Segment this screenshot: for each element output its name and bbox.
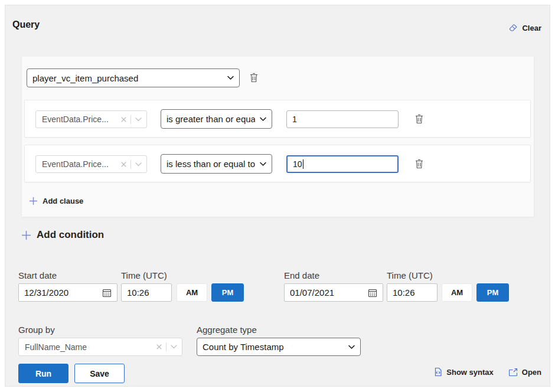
add-clause-button[interactable]: Add clause (30, 197, 83, 205)
trash-icon (415, 159, 423, 169)
clause-row: EventData.Price... is less than or equal… (24, 145, 531, 182)
query-builder-page: Query Clear player_vc_item_purchased (0, 0, 555, 392)
aggregate-type-label: Aggregate type (197, 325, 257, 335)
clause-operator-select[interactable]: is less than or equal to (161, 154, 272, 174)
clear-button[interactable]: Clear (509, 24, 541, 32)
end-date-input[interactable]: 01/07/2021 (284, 283, 383, 302)
plus-icon (30, 197, 37, 205)
start-time-input[interactable]: 10:26 (121, 283, 172, 302)
run-button[interactable]: Run (18, 364, 68, 383)
clause-value-text: 10 (293, 159, 302, 169)
page-title: Query (12, 19, 40, 30)
event-select-value: player_vc_item_purchased (32, 73, 138, 83)
clause-operator-value: is less than or equal to (166, 159, 255, 169)
chevron-down-icon (260, 162, 266, 166)
chevron-down-icon[interactable] (135, 117, 142, 122)
start-date-label: Start date (18, 270, 57, 280)
open-button[interactable]: Open (509, 368, 541, 377)
chevron-down-icon (348, 345, 355, 349)
clause-field-combobox[interactable]: EventData.Price... (35, 110, 147, 128)
aggregate-type-select[interactable]: Count by Timestamp (197, 338, 361, 356)
chevron-down-icon (227, 76, 234, 80)
start-date-value: 12/31/2020 (24, 288, 68, 298)
open-in-new-icon (509, 368, 518, 377)
clause-field-value: EventData.Price... (42, 159, 121, 169)
chevron-down-icon (260, 117, 266, 121)
divider (130, 160, 131, 169)
end-date-label: End date (284, 270, 319, 280)
clause-value-text: 1 (292, 115, 297, 124)
text-caret (303, 159, 303, 169)
clause-field-combobox[interactable]: EventData.Price... (35, 155, 147, 173)
query-panel: Query Clear player_vc_item_purchased (5, 5, 550, 387)
save-button[interactable]: Save (74, 364, 125, 383)
clause-operator-select[interactable]: is greater than or equal to (161, 109, 272, 129)
clause-value-input[interactable]: 1 (286, 110, 399, 128)
end-time-label: Time (UTC) (387, 270, 433, 280)
footer-links: Show syntax Open (434, 367, 541, 377)
end-pm-button[interactable]: PM (476, 283, 509, 302)
calendar-icon[interactable] (102, 288, 112, 298)
clause-field-value: EventData.Price... (42, 115, 121, 124)
open-label: Open (522, 368, 541, 377)
show-syntax-button[interactable]: Show syntax (434, 367, 493, 377)
divider (130, 115, 131, 124)
clear-label: Clear (522, 24, 541, 32)
clause-value-input[interactable]: 10 (286, 155, 399, 173)
dismiss-icon[interactable] (121, 162, 126, 167)
calendar-icon[interactable] (368, 288, 377, 298)
start-time-value: 10:26 (127, 288, 149, 298)
end-time-value: 10:26 (393, 288, 415, 298)
add-condition-button[interactable]: Add condition (22, 229, 104, 241)
clause-operator-value: is greater than or equal to (166, 114, 255, 124)
end-am-button[interactable]: AM (442, 283, 472, 302)
start-am-button[interactable]: AM (177, 283, 207, 302)
dismiss-icon[interactable] (156, 344, 162, 349)
end-time-input[interactable]: 10:26 (387, 283, 438, 302)
trash-icon (415, 114, 423, 124)
trash-icon (250, 73, 258, 83)
delete-clause-button[interactable] (415, 114, 423, 124)
start-time-label: Time (UTC) (121, 270, 167, 280)
chevron-down-icon[interactable] (135, 162, 142, 166)
start-pm-button[interactable]: PM (211, 283, 244, 302)
dismiss-icon[interactable] (121, 117, 126, 122)
add-clause-label: Add clause (43, 197, 83, 205)
start-date-input[interactable]: 12/31/2020 (18, 283, 117, 302)
plus-icon (22, 231, 31, 240)
aggregate-type-value: Count by Timestamp (203, 342, 284, 352)
show-syntax-label: Show syntax (446, 368, 493, 377)
group-by-combobox[interactable]: FullName_Name (18, 338, 182, 356)
event-select[interactable]: player_vc_item_purchased (27, 68, 240, 87)
end-date-value: 01/07/2021 (290, 288, 334, 298)
code-file-icon (434, 367, 442, 377)
delete-condition-button[interactable] (250, 73, 258, 83)
condition-card: player_vc_item_purchased EventData.Price… (22, 57, 534, 217)
clause-row: EventData.Price... is greater than or eq… (24, 100, 531, 138)
divider (166, 342, 166, 351)
add-condition-label: Add condition (37, 229, 104, 241)
group-by-value: FullName_Name (25, 342, 156, 352)
eraser-icon (509, 24, 518, 32)
group-by-label: Group by (18, 325, 55, 335)
delete-clause-button[interactable] (415, 159, 423, 169)
chevron-down-icon[interactable] (171, 345, 177, 349)
